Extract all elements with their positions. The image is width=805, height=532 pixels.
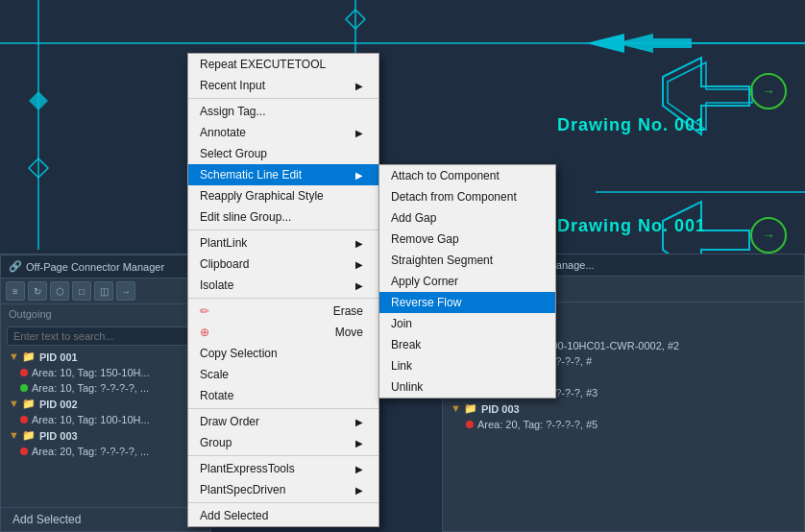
pid001-left-label: PID 001	[39, 351, 78, 363]
arrow-icon-2: ▶	[355, 128, 363, 138]
submenu-add-gap[interactable]: Add Gap	[379, 207, 555, 229]
pid001-tag2: Area: 10, Tag: ?-?-?-?, ...	[32, 382, 149, 394]
right-dot-red2	[466, 421, 474, 428]
drawing-label-1: Drawing No. 001	[557, 115, 706, 135]
arrow-icon-5: ▶	[355, 259, 363, 270]
submenu-detach[interactable]: Detach from Component	[379, 186, 555, 207]
toolbar-split-btn[interactable]: ◫	[94, 281, 113, 301]
pid003-tag1: Area: 20, Tag: ?-?-?-?, ...	[32, 446, 149, 457]
connector-icon: 🔗	[9, 260, 22, 273]
submenu-link[interactable]: Link	[379, 355, 555, 376]
separator-5	[188, 455, 378, 456]
right-folder-3: ▼ 📁	[451, 402, 477, 415]
status-dot-red-2	[20, 416, 28, 423]
erase-icon: ✏	[200, 304, 209, 318]
submenu-remove-gap[interactable]: Remove Gap	[379, 229, 555, 250]
context-menu: Repeat EXECUTETOOL Recent Input ▶ Assign…	[187, 53, 379, 527]
tree-item-pid002-left[interactable]: ▼ 📁 PID 002	[1, 396, 210, 412]
submenu-schematic: Attach to Component Detach from Componen…	[378, 164, 556, 399]
menu-copy-selection[interactable]: Copy Selection	[188, 343, 378, 364]
connector-panel-left: 🔗 Off-Page Connector Manager ≡ ↻ ⬡ □ ◫ →…	[0, 254, 211, 532]
menu-add-selected[interactable]: Add Selected	[188, 505, 378, 526]
arrow-icon-4: ▶	[355, 238, 363, 249]
menu-repeat[interactable]: Repeat EXECUTETOOL	[188, 54, 378, 75]
pid002-left-label: PID 002	[39, 399, 78, 410]
arrow-icon-6: ▶	[355, 280, 363, 291]
menu-reapply[interactable]: Reapply Graphical Style	[188, 185, 378, 206]
submenu-break[interactable]: Break	[379, 334, 555, 355]
svg-text:→: →	[762, 228, 775, 243]
connector-panel-title: Off-Page Connector Manager	[26, 261, 164, 273]
right-pid003[interactable]: ▼ 📁 PID 003	[443, 400, 804, 417]
status-dot-red	[20, 369, 28, 376]
submenu-unlink[interactable]: Unlink	[379, 376, 555, 398]
pid003-left-label: PID 003	[39, 430, 78, 442]
menu-isolate[interactable]: Isolate ▶	[188, 275, 378, 296]
svg-text:→: →	[762, 84, 775, 99]
menu-rotate[interactable]: Rotate	[188, 385, 378, 406]
separator-2	[188, 230, 378, 230]
tree-child-pid003-1[interactable]: Area: 20, Tag: ?-?-?-?, ...	[1, 444, 210, 459]
menu-annotate[interactable]: Annotate ▶	[188, 122, 378, 143]
menu-draw-order[interactable]: Draw Order ▶	[188, 411, 378, 432]
status-dot-green	[20, 384, 28, 392]
arrow-icon-3: ▶	[355, 170, 363, 181]
menu-select-group[interactable]: Select Group	[188, 143, 378, 164]
right-pid003-tag1: Area: 20, Tag: ?-?-?-?, #5	[477, 419, 598, 430]
add-selected-label: Add Selected	[12, 513, 81, 526]
toolbar-arrow-btn[interactable]: →	[116, 281, 135, 301]
folder-icon: ▼ 📁	[9, 351, 36, 363]
menu-clipboard[interactable]: Clipboard ▶	[188, 254, 378, 275]
arrow-icon: ▶	[355, 81, 363, 91]
arrow-icon-7: ▶	[355, 417, 363, 427]
separator-6	[188, 502, 378, 503]
separator-4	[188, 408, 378, 409]
folder-icon-3: ▼ 📁	[9, 429, 36, 442]
menu-plantexpress[interactable]: PlantExpressTools ▶	[188, 458, 378, 479]
menu-recent-input[interactable]: Recent Input ▶	[188, 75, 378, 96]
drawing-label-2: Drawing No. 001	[557, 216, 706, 236]
right-pid003-label: PID 003	[481, 403, 520, 415]
right-pid003-child1[interactable]: Area: 20, Tag: ?-?-?-?, #5	[443, 417, 804, 432]
tree-item-pid003-left[interactable]: ▼ 📁 PID 003	[1, 427, 210, 444]
submenu-reverse-flow[interactable]: Reverse Flow	[379, 292, 555, 313]
menu-scale[interactable]: Scale	[188, 364, 378, 385]
submenu-join[interactable]: Join	[379, 313, 555, 334]
toolbar-hex-btn[interactable]: ⬡	[50, 281, 69, 301]
outgoing-label: Outgoing	[1, 304, 210, 324]
status-dot-red-3	[20, 447, 28, 455]
menu-erase[interactable]: ✏ Erase	[188, 301, 378, 322]
toolbar-refresh-btn[interactable]: ↻	[28, 281, 47, 301]
menu-assign-tag[interactable]: Assign Tag...	[188, 101, 378, 122]
menu-plantlink[interactable]: PlantLink ▶	[188, 232, 378, 254]
arrow-icon-10: ▶	[355, 485, 363, 496]
submenu-apply-corner[interactable]: Apply Corner	[379, 271, 555, 292]
tree-child-pid002-1[interactable]: Area: 10, Tag: 100-10H...	[1, 412, 210, 427]
search-input[interactable]	[7, 326, 205, 346]
submenu-straighten[interactable]: Straighten Segment	[379, 250, 555, 271]
submenu-attach[interactable]: Attach to Component	[379, 165, 555, 186]
svg-marker-3	[29, 91, 48, 110]
menu-edit-sline[interactable]: Edit sline Group...	[188, 206, 378, 228]
arrow-icon-9: ▶	[355, 464, 363, 474]
arrow-icon-8: ▶	[355, 438, 363, 448]
tree-child-pid001-1[interactable]: Area: 10, Tag: 150-10H...	[1, 365, 210, 380]
toolbar-square-btn[interactable]: □	[72, 281, 91, 301]
menu-schematic-wrapper: Schematic Line Edit ▶ Attach to Componen…	[188, 164, 378, 185]
folder-icon-2: ▼ 📁	[9, 398, 36, 410]
menu-schematic-line-edit[interactable]: Schematic Line Edit ▶	[188, 164, 378, 185]
add-selected-bar[interactable]: Add Selected	[0, 507, 211, 532]
tree-child-pid001-2[interactable]: Area: 10, Tag: ?-?-?-?, ...	[1, 380, 210, 396]
tree-item-pid001-left[interactable]: ▼ 📁 PID 001	[1, 349, 210, 365]
menu-group[interactable]: Group ▶	[188, 432, 378, 453]
pid001-tag1: Area: 10, Tag: 150-10H...	[32, 367, 150, 378]
menu-plantspec[interactable]: PlantSpecDriven ▶	[188, 479, 378, 500]
move-icon: ⊕	[200, 326, 209, 339]
separator-3	[188, 298, 378, 299]
connector-toolbar: ≡ ↻ ⬡ □ ◫ →	[1, 278, 210, 304]
separator-1	[188, 98, 378, 99]
menu-move[interactable]: ⊕ Move	[188, 322, 378, 343]
connector-panel-header: 🔗 Off-Page Connector Manager	[1, 255, 210, 278]
toolbar-menu-btn[interactable]: ≡	[6, 281, 25, 301]
svg-marker-16	[615, 34, 692, 53]
